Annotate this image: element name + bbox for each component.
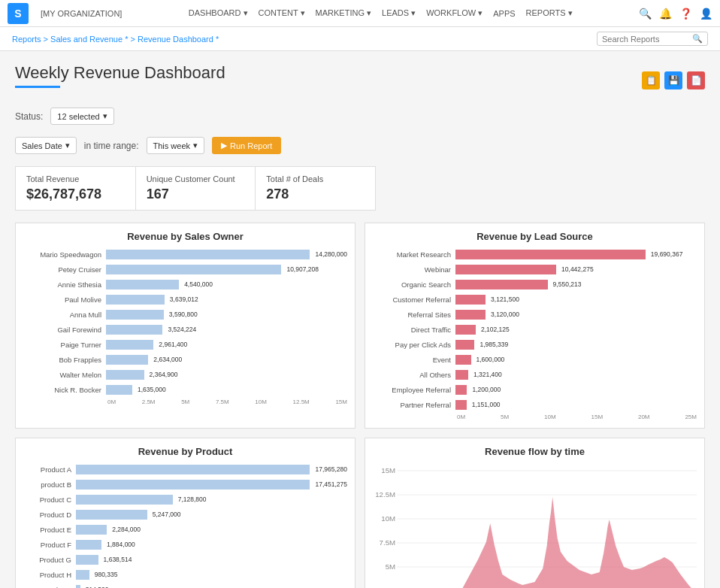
bar-row: Organic Search 9,550,213: [373, 278, 697, 290]
range-select[interactable]: This week ▾: [147, 137, 205, 154]
bar-value: 10,442,275: [561, 265, 594, 273]
user-icon[interactable]: 👤: [700, 8, 712, 20]
summary-cards: Total Revenue $26,787,678 Unique Custome…: [15, 166, 376, 211]
bar-value: 2,961,400: [159, 341, 187, 348]
deals-label: Total # of Deals: [266, 174, 365, 183]
run-report-button[interactable]: ▶ Run Report: [212, 137, 281, 154]
nav-marketing[interactable]: MARKETING ▾: [316, 8, 371, 18]
nav-dashboard[interactable]: DASHBOARD ▾: [189, 8, 248, 18]
bar-fill: [455, 250, 646, 259]
bar-row: All Others 1,321,400: [373, 368, 697, 380]
bar-container: 5,247,000: [76, 510, 347, 520]
bar-value: 1,200,000: [472, 386, 501, 393]
bar-fill: [76, 495, 173, 505]
bar-fill: [455, 370, 468, 380]
bar-row: Gail Forewind 3,524,224: [23, 323, 347, 335]
svg-text:7.5M: 7.5M: [380, 539, 396, 547]
bar-label: Product G: [23, 556, 76, 564]
bar-fill: [455, 310, 486, 320]
top-nav: S [MY ORGANIZATION] DASHBOARD ▾ CONTENT …: [0, 0, 720, 27]
bar-container: 980,335: [76, 570, 347, 580]
bar-row: Partner Referral 1,151,000: [373, 399, 697, 411]
bar-fill: [106, 340, 153, 350]
bar-label: Product C: [23, 496, 76, 504]
breadcrumb-current[interactable]: Revenue Dashboard *: [138, 35, 219, 44]
bar-container: 1,884,000: [76, 540, 347, 550]
bar-container: 1,635,000: [106, 385, 347, 395]
bar-value: 19,690,367: [651, 250, 683, 258]
save-button[interactable]: 💾: [664, 71, 682, 89]
revenue-by-owner-chart: Revenue by Sales Owner Mario Speedwagon …: [15, 223, 355, 429]
nav-leads[interactable]: LEADS ▾: [382, 8, 416, 18]
lead-axis: 0M 5M 10M 15M 20M 25M: [373, 414, 697, 420]
title-toolbar-row: Weekly Revenue Dashboard 📋 💾 📄: [15, 63, 705, 97]
bar-container: 2,634,000: [106, 355, 347, 365]
status-value: 12 selected: [57, 112, 99, 121]
search-box[interactable]: 🔍: [597, 32, 708, 46]
help-icon[interactable]: ❓: [679, 8, 692, 20]
bar-value: 10,907,208: [286, 265, 319, 273]
bar-label: Product I: [23, 586, 76, 589]
bar-fill: [76, 570, 89, 580]
breadcrumb-reports[interactable]: Reports: [12, 35, 41, 44]
run-play-icon: ▶: [221, 141, 227, 150]
bar-row: Referral Sites 3,120,000: [373, 308, 697, 320]
date-filters-row: Sales Date ▾ in time range: This week ▾ …: [15, 137, 705, 154]
bar-row: Paul Molive 3,639,012: [23, 293, 347, 305]
bar-value: 7,128,800: [178, 496, 207, 503]
status-chevron-icon: ▾: [103, 111, 107, 121]
bar-value: 1,600,000: [476, 356, 505, 363]
bar-label: Partner Referral: [373, 401, 455, 409]
bar-container: 2,102,125: [455, 325, 697, 335]
date-field-select[interactable]: Sales Date ▾: [15, 137, 77, 154]
bar-fill: [455, 325, 476, 335]
nav-apps[interactable]: APPS: [493, 8, 515, 18]
search-submit-icon[interactable]: 🔍: [692, 34, 703, 44]
search-input[interactable]: [602, 35, 692, 44]
customers-label: Unique Customer Count: [147, 174, 245, 183]
bar-fill: [76, 480, 310, 489]
filters-row: Status: 12 selected ▾: [15, 108, 705, 125]
breadcrumb-sales[interactable]: Sales and Revenue *: [50, 35, 128, 44]
status-select[interactable]: 12 selected ▾: [50, 108, 113, 125]
revenue-by-product-chart: Revenue by Product Product A 17,965,280 …: [15, 438, 355, 588]
bar-container: 14,280,000: [106, 250, 347, 259]
org-name[interactable]: [MY ORGANIZATION]: [41, 9, 122, 18]
logo-icon: S: [14, 8, 21, 20]
bar-label: Event: [373, 356, 455, 364]
bell-icon[interactable]: 🔔: [659, 8, 672, 20]
bar-container: 17,451,275: [76, 480, 347, 489]
svg-text:5M: 5M: [386, 563, 396, 571]
logo[interactable]: S: [8, 3, 29, 24]
nav-content[interactable]: CONTENT ▾: [259, 8, 305, 18]
bar-value: 1,985,339: [479, 341, 508, 348]
bar-container: 1,321,400: [455, 370, 697, 380]
revenue-flow-chart: Revenue flow by time 15M 12.5M 10M 7.5M …: [365, 438, 705, 588]
bar-value: 1,635,000: [138, 386, 166, 393]
export-button[interactable]: 📋: [642, 71, 660, 89]
bar-row: Product C 7,128,800: [23, 493, 347, 505]
revenue-by-owner-title: Revenue by Sales Owner: [23, 231, 347, 242]
range-label: in time range:: [84, 141, 139, 151]
bar-row: Walter Melon 2,364,900: [23, 368, 347, 380]
revenue-flow-title: Revenue flow by time: [373, 446, 697, 457]
bar-value: 2,364,900: [150, 371, 178, 378]
bar-container: 4,540,000: [106, 280, 347, 289]
bar-row: Product H 980,335: [23, 568, 347, 580]
bar-fill: [106, 370, 144, 380]
summary-card-revenue: Total Revenue $26,787,678: [16, 167, 136, 210]
bar-value: 9,550,213: [553, 280, 582, 288]
nav-reports[interactable]: REPORTS ▾: [526, 8, 573, 18]
bar-row: Petey Cruiser 10,907,208: [23, 263, 347, 275]
bar-container: 9,550,213: [455, 280, 697, 289]
bar-container: 3,590,800: [106, 310, 347, 320]
bar-label: Product F: [23, 541, 76, 549]
bar-row: Market Research 19,690,367: [373, 248, 697, 260]
bar-fill: [106, 280, 179, 289]
search-icon[interactable]: 🔍: [639, 8, 652, 20]
bar-row: Employee Referral 1,200,000: [373, 383, 697, 396]
bar-container: 1,151,000: [455, 400, 697, 410]
pdf-button[interactable]: 📄: [687, 71, 705, 89]
nav-workflow[interactable]: WORKFLOW ▾: [426, 8, 483, 18]
revenue-by-product-title: Revenue by Product: [23, 446, 347, 457]
